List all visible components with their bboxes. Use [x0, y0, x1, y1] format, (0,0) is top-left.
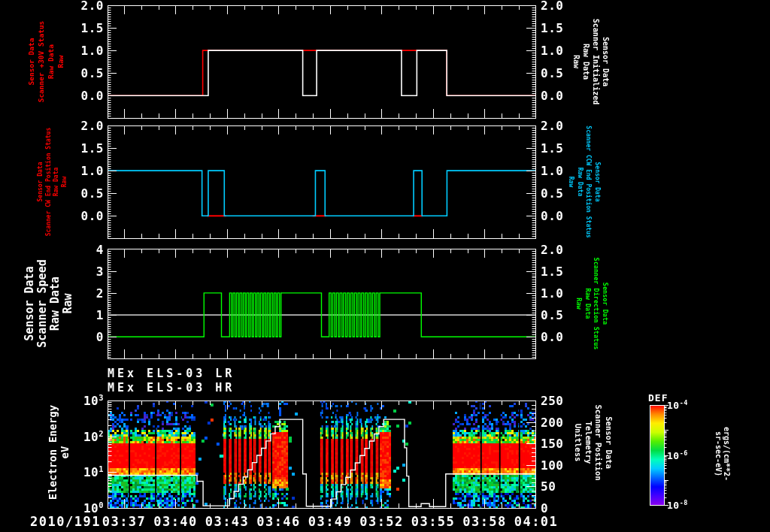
axis-tick-label: 2.0 [541, 0, 563, 13]
axis-title-line: Raw Data [49, 259, 62, 347]
axis-tick-label: 0.5 [541, 308, 563, 322]
axis-tick-label: 2.0 [81, 0, 104, 13]
log-tick-label: 101 [83, 464, 104, 479]
axis-tick-label: 50 [541, 479, 556, 494]
axis-title-line: eV [59, 405, 71, 500]
axis-tick-label: 0.0 [81, 89, 104, 103]
axis-title-line: Raw Data [584, 258, 593, 350]
log-tick-exponent: 0 [99, 500, 104, 509]
time-label: 03:49 [308, 514, 353, 529]
plot-canvas [0, 0, 770, 532]
axis-title-line: Scanner Speed [36, 259, 49, 347]
axis-title-line: Unitless [573, 404, 584, 480]
axis-title-line: Scanner CCW End Position Status [584, 125, 593, 237]
axis-tick-label: 1.5 [541, 264, 563, 279]
axis-title-line: Raw Data [46, 21, 56, 103]
axis-title-line: Raw [61, 128, 69, 237]
log-tick-base: 10 [667, 450, 680, 461]
axis-tick-label: 0.5 [541, 186, 563, 201]
axis-title-line: Raw [56, 21, 65, 103]
axis-tick-label: 2.0 [541, 243, 563, 257]
axis-title-line: Sensor Data [23, 259, 36, 347]
axis-title-line: Sensor Data [37, 128, 45, 237]
log-tick-exponent: -8 [680, 499, 688, 506]
axis-title-line: Telemetry [584, 404, 594, 480]
axis-title: Sensor DataScanner Direction StatusRaw D… [574, 258, 609, 350]
axis-title-line: Raw [62, 259, 74, 347]
axis-tick-label: 2.0 [81, 119, 104, 133]
log-tick-base: 10 [83, 430, 99, 444]
axis-title: Sensor DataScanner CW End Position Statu… [37, 128, 68, 237]
log-tick-label: 100 [83, 500, 104, 515]
axis-title-line: Sensor Data [604, 404, 614, 480]
spectrogram-title-hr: MEx ELS-03 HR [108, 381, 235, 394]
log-tick-label: 103 [83, 393, 104, 408]
axis-tick-label: 200 [541, 416, 563, 430]
axis-tick-label: 1.0 [81, 44, 104, 58]
colorbar-unit-label: ergs/(cm**2-sr-sec-eV) [714, 427, 731, 481]
axis-tick-label: 2 [96, 286, 104, 301]
log-tick-label: 10-4 [667, 399, 688, 411]
date-label: 2010/191 [30, 514, 101, 529]
axis-tick-label: 1.0 [541, 286, 563, 301]
axis-title-line: Raw [571, 19, 581, 104]
log-tick-label: 10-6 [667, 449, 688, 461]
axis-tick-label: 0.0 [81, 209, 104, 223]
axis-title-line: Scanner Position [593, 404, 604, 480]
time-label: 03:58 [462, 514, 507, 529]
telemetry-dashboard: MEx ELS-03 LR MEx ELS-03 HR 2010/191 03:… [0, 0, 770, 532]
axis-title-line: Raw Data [581, 19, 591, 104]
time-label: 04:01 [514, 514, 559, 529]
log-tick-exponent: -6 [680, 449, 688, 457]
axis-title-line: Raw [567, 125, 576, 237]
axis-title: Sensor DataScanner InitializedRaw DataRa… [571, 19, 611, 104]
axis-tick-label: 0 [96, 330, 104, 344]
log-tick-exponent: 2 [99, 429, 104, 438]
time-label: 03:40 [153, 514, 198, 529]
log-tick-exponent: 3 [99, 393, 104, 402]
axis-title-line: Raw Data [53, 128, 61, 237]
time-label: 03:37 [102, 514, 147, 529]
axis-title-line: Scanner Direction Status [592, 258, 601, 350]
axis-title-line: Scanner CW End Position Status [45, 128, 53, 237]
axis-tick-label: 0.5 [81, 66, 104, 80]
axis-tick-label: 0.0 [541, 330, 563, 344]
log-tick-base: 10 [83, 465, 99, 479]
axis-title-line: Sensor Data [593, 125, 602, 237]
axis-title-line: Scanner +30V Status [36, 21, 46, 103]
axis-title-line: Sensor Data [601, 19, 611, 104]
axis-title-line: Raw [574, 258, 584, 350]
log-tick-exponent: -4 [680, 399, 688, 407]
axis-title: Sensor DataScanner SpeedRaw DataRaw [23, 259, 74, 347]
axis-title-line: Sensor Data [26, 21, 36, 103]
axis-title-line: Electron Energy [47, 405, 59, 500]
axis-title-line: Scanner Initialized [591, 19, 601, 104]
axis-tick-label: 250 [541, 394, 563, 408]
axis-tick-label: 0.5 [81, 186, 104, 201]
time-label: 03:52 [359, 514, 404, 529]
axis-tick-label: 100 [541, 458, 563, 473]
axis-tick-label: 0 [541, 501, 548, 515]
axis-tick-label: 2.0 [541, 119, 563, 133]
axis-tick-label: 0.0 [541, 89, 563, 103]
axis-tick-label: 1.0 [541, 44, 563, 58]
log-tick-label: 102 [83, 429, 104, 444]
time-label: 03:46 [256, 514, 301, 529]
axis-tick-label: 1.5 [541, 21, 563, 35]
axis-tick-label: 4 [96, 243, 104, 257]
axis-tick-label: 1.0 [81, 164, 104, 178]
colorbar-title: DEF [648, 392, 668, 404]
axis-tick-label: 1.0 [541, 164, 563, 178]
axis-tick-label: 1.5 [81, 141, 104, 156]
time-label: 03:43 [205, 514, 250, 529]
log-tick-base: 10 [83, 501, 99, 515]
axis-title: Sensor DataScanner +30V StatusRaw DataRa… [26, 21, 65, 103]
axis-title: Electron EnergyeV [47, 405, 71, 500]
axis-tick-label: 0.0 [541, 209, 563, 223]
log-tick-label: 10-8 [667, 499, 688, 511]
axis-tick-label: 1.5 [541, 141, 563, 156]
log-tick-exponent: 1 [99, 464, 104, 473]
log-tick-base: 10 [667, 400, 680, 411]
axis-tick-label: 150 [541, 437, 563, 451]
axis-tick-label: 0.5 [541, 66, 563, 80]
